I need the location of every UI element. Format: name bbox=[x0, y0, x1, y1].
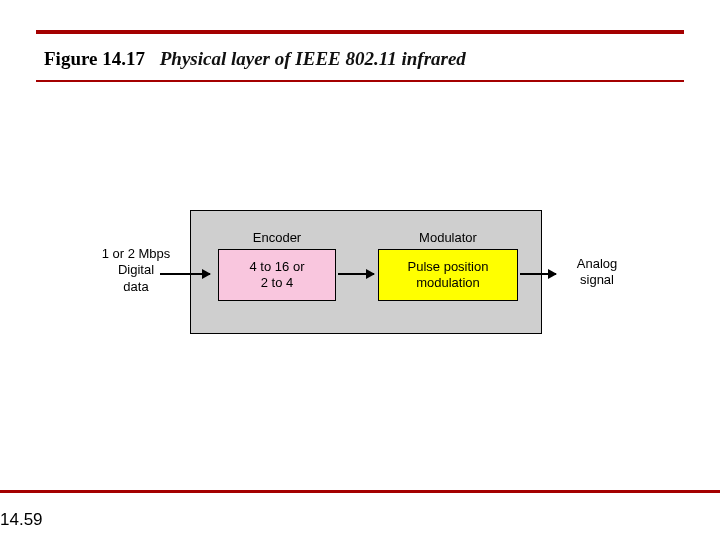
modulator-line1: Pulse position bbox=[383, 259, 513, 275]
modulator-box: Pulse position modulation bbox=[378, 249, 518, 301]
figure-number: Figure 14.17 bbox=[44, 48, 145, 69]
input-rate: 1 or 2 Mbps bbox=[90, 246, 182, 262]
modulator-line2: modulation bbox=[383, 275, 513, 291]
input-line1: Digital bbox=[90, 262, 182, 278]
encoder-line2: 2 to 4 bbox=[223, 275, 331, 291]
physical-layer-diagram: 1 or 2 Mbps Digital data Encoder 4 to 16… bbox=[100, 210, 640, 340]
encoder-stage: Encoder 4 to 16 or 2 to 4 bbox=[218, 230, 336, 301]
arrow-modulator-to-output bbox=[520, 273, 556, 275]
encoder-box: 4 to 16 or 2 to 4 bbox=[218, 249, 336, 301]
modulator-title: Modulator bbox=[378, 230, 518, 245]
output-label: Analog signal bbox=[562, 256, 632, 289]
input-label: 1 or 2 Mbps Digital data bbox=[90, 246, 182, 295]
mid-rule bbox=[36, 80, 684, 82]
encoder-line1: 4 to 16 or bbox=[223, 259, 331, 275]
input-line2: data bbox=[90, 279, 182, 295]
top-rule bbox=[36, 30, 684, 34]
arrow-input-to-encoder bbox=[160, 273, 210, 275]
arrow-encoder-to-modulator bbox=[338, 273, 374, 275]
modulator-stage: Modulator Pulse position modulation bbox=[378, 230, 518, 301]
output-line2: signal bbox=[562, 272, 632, 288]
figure-title: Figure 14.17 Physical layer of IEEE 802.… bbox=[44, 48, 466, 71]
bottom-rule bbox=[0, 490, 720, 493]
page-number: 14.59 bbox=[0, 510, 43, 530]
encoder-title: Encoder bbox=[218, 230, 336, 245]
figure-caption: Physical layer of IEEE 802.11 infrared bbox=[160, 48, 466, 69]
output-line1: Analog bbox=[562, 256, 632, 272]
